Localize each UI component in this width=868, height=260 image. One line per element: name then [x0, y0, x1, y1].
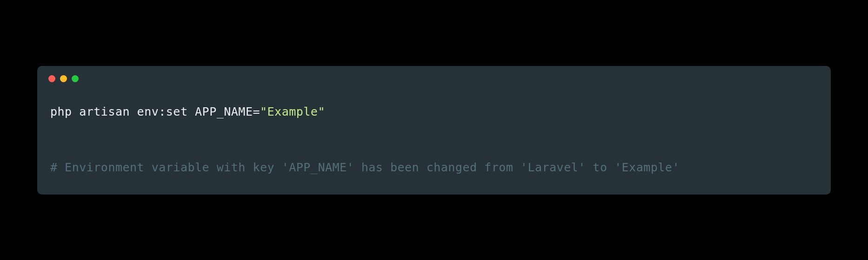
minimize-icon[interactable] — [60, 75, 67, 82]
window-titlebar — [37, 66, 831, 88]
output-line: # Environment variable with key 'APP_NAM… — [50, 158, 818, 177]
maximize-icon[interactable] — [72, 75, 79, 82]
command-line: php artisan env:set APP_NAME="Example" — [50, 103, 818, 121]
comment-text: # Environment variable with key 'APP_NAM… — [50, 161, 680, 174]
terminal-body: php artisan env:set APP_NAME="Example" #… — [37, 88, 831, 195]
blank-line — [50, 121, 818, 158]
command-text: php artisan env:set APP_NAME= — [50, 105, 260, 118]
close-icon[interactable] — [48, 75, 55, 82]
terminal-window: php artisan env:set APP_NAME="Example" #… — [37, 66, 831, 195]
string-literal: "Example" — [260, 105, 325, 118]
